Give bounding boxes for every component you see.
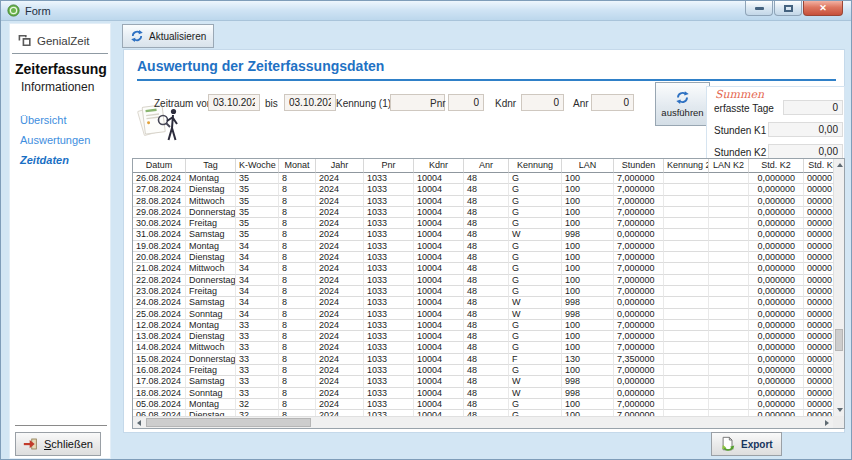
table-cell: 10004 xyxy=(414,365,464,376)
table-row[interactable]: 17.08.2024Samstag338202410331000448W9980… xyxy=(133,376,833,387)
table-row[interactable]: 30.08.2024Freitag358202410331000448G1007… xyxy=(133,218,833,229)
table-cell: G xyxy=(509,331,562,342)
aktualisieren-button[interactable]: Aktualisieren xyxy=(122,24,214,48)
table-row[interactable]: 14.08.2024Mittwoch338202410331000448G100… xyxy=(133,342,833,353)
horizontal-scrollbar[interactable] xyxy=(133,416,833,428)
table-cell: 100 xyxy=(562,263,614,274)
table-cell: 1033 xyxy=(364,196,414,207)
table-cell: Samstag xyxy=(186,229,236,240)
table-cell: 8 xyxy=(279,399,316,410)
table-cell: 2024 xyxy=(316,173,364,184)
table-row[interactable]: 20.08.2024Dienstag348202410331000448G100… xyxy=(133,252,833,263)
zeitraum-bis-input[interactable] xyxy=(284,94,336,111)
table-cell: 100 xyxy=(562,173,614,184)
column-header[interactable]: LAN K2 xyxy=(709,159,749,173)
table-cell: G xyxy=(509,342,562,353)
pnr-input[interactable] xyxy=(448,94,484,111)
table-cell: 48 xyxy=(464,331,509,342)
sidebar-item-uebersicht[interactable]: Übersicht xyxy=(10,110,110,130)
table-row[interactable]: 24.08.2024Samstag348202410331000448W9980… xyxy=(133,297,833,308)
table-row[interactable]: 21.08.2024Mittwoch348202410331000448G100… xyxy=(133,263,833,274)
column-header[interactable]: LAN xyxy=(562,159,614,173)
table-row[interactable]: 12.08.2024Montag338202410331000448G1007,… xyxy=(133,320,833,331)
table-row[interactable]: 13.08.2024Dienstag338202410331000448G100… xyxy=(133,331,833,342)
vertical-scroll-thumb[interactable] xyxy=(835,329,843,351)
sidebar-item-zeitdaten[interactable]: Zeitdaten xyxy=(10,150,110,170)
table-cell: 14.08.2024 xyxy=(133,342,186,353)
table-cell: 48 xyxy=(464,207,509,218)
table-row[interactable]: 22.08.2024Donnerstag348202410331000448G1… xyxy=(133,275,833,286)
table-cell: 10004 xyxy=(414,286,464,297)
table-cell: 130 xyxy=(562,354,614,365)
table-cell: 0,000000 xyxy=(749,207,804,218)
table-row[interactable]: 25.08.2024Sonntag348202410331000448W9980… xyxy=(133,309,833,320)
table-cell: 998 xyxy=(562,376,614,387)
table-cell: 00000 xyxy=(804,388,833,399)
table-row[interactable]: 18.08.2024Sonntag338202410331000448W9980… xyxy=(133,388,833,399)
column-header[interactable]: Monat xyxy=(279,159,316,173)
table-cell: 10004 xyxy=(414,309,464,320)
table-cell: 34 xyxy=(236,309,279,320)
column-header[interactable]: Std. Ku xyxy=(804,159,833,173)
minimize-button[interactable] xyxy=(745,1,773,16)
table-row[interactable]: 31.08.2024Samstag358202410331000448W9980… xyxy=(133,229,833,240)
horizontal-scroll-thumb[interactable] xyxy=(146,418,311,427)
scroll-up-icon[interactable] xyxy=(837,163,843,167)
title-underline xyxy=(137,79,836,81)
table-cell: 48 xyxy=(464,342,509,353)
column-header[interactable]: Kdnr xyxy=(414,159,464,173)
vertical-scrollbar[interactable] xyxy=(833,159,844,416)
table-cell: Freitag xyxy=(186,286,236,297)
table-cell: 2024 xyxy=(316,320,364,331)
schliessen-button[interactable]: Schließen xyxy=(15,432,101,456)
table-cell: 48 xyxy=(464,218,509,229)
table-cell xyxy=(664,286,709,297)
table-cell: 1033 xyxy=(364,376,414,387)
table-cell: G xyxy=(509,252,562,263)
table-row[interactable]: 28.08.2024Mittwoch358202410331000448G100… xyxy=(133,196,833,207)
table-cell: Samstag xyxy=(186,376,236,387)
table-cell: 2024 xyxy=(316,229,364,240)
table-cell: 00000 xyxy=(804,263,833,274)
table-row[interactable]: 15.08.2024Donnerstag338202410331000448F1… xyxy=(133,354,833,365)
table-row[interactable]: 23.08.2024Freitag348202410331000448G1007… xyxy=(133,286,833,297)
scroll-down-icon[interactable] xyxy=(837,408,843,412)
close-button[interactable]: ✕ xyxy=(803,1,843,16)
kdnr-input[interactable] xyxy=(521,94,564,111)
ausfuehren-button[interactable]: ausführen xyxy=(655,82,710,126)
column-header[interactable]: Stunden xyxy=(614,159,664,173)
scroll-left-icon[interactable] xyxy=(137,420,141,426)
table-cell: 0,000000 xyxy=(749,252,804,263)
table-cell: 1033 xyxy=(364,399,414,410)
table-row[interactable]: 27.08.2024Dienstag358202410331000448G100… xyxy=(133,184,833,195)
table-row[interactable]: 29.08.2024Donnerstag358202410331000448G1… xyxy=(133,207,833,218)
table-row[interactable]: 16.08.2024Freitag338202410331000448G1007… xyxy=(133,365,833,376)
sidebar-item-auswertungen[interactable]: Auswertungen xyxy=(10,130,110,150)
table-cell: Donnerstag xyxy=(186,275,236,286)
column-header[interactable]: Std. K2 xyxy=(749,159,804,173)
table-cell: 8 xyxy=(279,207,316,218)
column-header[interactable]: Kennung 2 xyxy=(664,159,709,173)
maximize-button[interactable] xyxy=(774,1,802,16)
titlebar[interactable]: Form ✕ xyxy=(1,1,851,21)
export-button[interactable]: Export xyxy=(711,432,782,456)
column-header[interactable]: Anr xyxy=(464,159,509,173)
table-row[interactable]: 05.08.2024Montag328202410331000448G1007,… xyxy=(133,399,833,410)
table-cell xyxy=(709,399,749,410)
zeitraum-von-input[interactable] xyxy=(208,94,260,111)
table-cell: 25.08.2024 xyxy=(133,309,186,320)
table-cell: 10004 xyxy=(414,331,464,342)
table-cell xyxy=(709,365,749,376)
scroll-right-icon[interactable] xyxy=(825,420,829,426)
table-row[interactable]: 26.08.2024Montag358202410331000448G1007,… xyxy=(133,173,833,184)
column-header[interactable]: K-Woche xyxy=(236,159,279,173)
column-header[interactable]: Pnr xyxy=(364,159,414,173)
column-header[interactable]: Jahr xyxy=(316,159,364,173)
table-cell: 0,000000 xyxy=(749,286,804,297)
table-row[interactable]: 19.08.2024Montag348202410331000448G1007,… xyxy=(133,241,833,252)
column-header[interactable]: Datum xyxy=(133,159,186,173)
anr-input[interactable] xyxy=(591,94,634,111)
table-cell: 48 xyxy=(464,173,509,184)
column-header[interactable]: Tag xyxy=(186,159,236,173)
column-header[interactable]: Kennung xyxy=(509,159,562,173)
